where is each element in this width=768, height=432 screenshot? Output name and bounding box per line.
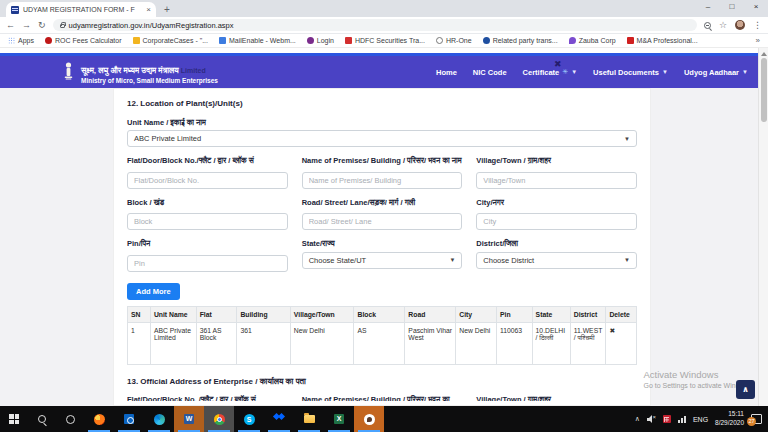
taskbar-dropbox[interactable] — [264, 406, 294, 432]
taskbar-paint-app[interactable] — [354, 406, 384, 432]
taskbar-firefox[interactable] — [84, 406, 114, 432]
delete-row-icon[interactable]: ✖ — [606, 322, 637, 364]
new-tab-button[interactable]: + — [164, 4, 170, 17]
nav-certificate[interactable]: Certificate✳▼ — [523, 68, 578, 77]
https-lock-icon[interactable] — [60, 24, 65, 28]
roc-icon — [45, 37, 52, 44]
bookmark-corporatecases[interactable]: CorporateCases - "... — [133, 37, 209, 44]
bookmark-apps[interactable]: Apps — [8, 37, 34, 44]
back-button[interactable]: ← — [6, 21, 15, 30]
cortana-button[interactable] — [56, 406, 84, 432]
taskbar-clock[interactable]: 15:11 8/29/2020 — [715, 410, 744, 428]
globe-icon — [436, 37, 443, 44]
chevron-down-icon: ▼ — [571, 69, 577, 75]
field-village: Village/Town / ग्राम/शहर — [476, 156, 637, 188]
zoom-out-icon[interactable] — [704, 22, 711, 29]
premises-input[interactable] — [302, 172, 463, 189]
bookmarks-overflow[interactable]: » — [756, 36, 760, 45]
network-icon[interactable] — [678, 415, 686, 423]
section-12-title: 12. Location of Plant(s)/Unit(s) — [127, 99, 637, 108]
windows-logo-icon — [9, 414, 19, 424]
scroll-to-top-button[interactable]: ∧ — [736, 380, 755, 399]
clock-time: 15:11 — [715, 410, 744, 419]
city-input[interactable] — [476, 213, 637, 230]
unit-name-group: Unit Name / इकाई का नाम ABC Private Limi… — [127, 118, 637, 147]
bookmark-mailenable[interactable]: MailEnable - Webm... — [219, 37, 296, 44]
unit-name-select[interactable]: ABC Private Limited ▼ — [127, 130, 637, 147]
apps-grid-icon — [8, 37, 15, 44]
hdfc-icon — [345, 37, 352, 44]
tray-show-hidden-icon[interactable]: ∧ — [635, 415, 640, 423]
tray-red-app-icon[interactable] — [663, 415, 671, 423]
taskbar-search-button[interactable] — [28, 406, 56, 432]
window-maximize-button[interactable]: □ — [720, 0, 744, 14]
taskbar-outlook[interactable] — [114, 406, 144, 432]
search-icon — [38, 415, 46, 423]
nav-udyog-aadhaar[interactable]: Udyog Aadhaar▼ — [684, 68, 748, 77]
bookmark-login[interactable]: Login — [307, 37, 334, 44]
paint-app-icon — [364, 414, 375, 425]
pin-input[interactable] — [127, 255, 288, 272]
village-input[interactable] — [476, 172, 637, 189]
windows-taskbar: W S X ∧ ENG 15:11 8/29/2020 27 — [0, 406, 768, 432]
road-input[interactable] — [302, 213, 463, 230]
taskbar-file-explorer[interactable] — [294, 406, 324, 432]
folder-icon — [304, 415, 315, 423]
select-caret-icon: ▼ — [624, 257, 630, 263]
bookmark-hrone[interactable]: HR-One — [436, 37, 472, 44]
start-button[interactable] — [0, 406, 28, 432]
taskbar-skype[interactable]: S — [234, 406, 264, 432]
browser-menu-icon[interactable]: ⋮ — [753, 20, 762, 30]
taskbar-excel[interactable]: X — [324, 406, 354, 432]
scrollbar-thumb[interactable] — [761, 58, 767, 122]
excel-icon: X — [334, 414, 344, 424]
bookmark-hdfc[interactable]: HDFC Securities Tra... — [345, 37, 425, 44]
taskbar-edge[interactable] — [144, 406, 174, 432]
window-minimize-button[interactable]: – — [696, 0, 720, 14]
outlook-icon — [124, 414, 134, 424]
corporatecases-icon — [133, 37, 140, 44]
bookmark-star-icon[interactable]: ☆ — [719, 20, 727, 30]
ma-icon — [627, 37, 634, 44]
bookmark-zauba[interactable]: Zauba Corp — [569, 37, 616, 44]
unit-name-label: Unit Name / इकाई का नाम — [127, 118, 637, 127]
select-caret-icon: ▼ — [624, 136, 630, 142]
url-input[interactable]: udyamregistration.gov.in/UdyamRegistrati… — [53, 19, 697, 31]
nav-home[interactable]: Home — [436, 68, 457, 77]
taskbar-chrome-active[interactable] — [204, 406, 234, 432]
mail-icon — [219, 37, 226, 44]
nav-useful-documents[interactable]: Useful Documents▼ — [593, 68, 668, 77]
ghost-text: Limited — [181, 67, 206, 74]
volume-muted-icon[interactable] — [647, 415, 656, 423]
table-row: 1 ABC Private Limited 361 AS Block 361 N… — [128, 322, 637, 364]
add-more-button[interactable]: Add More — [127, 283, 180, 300]
bookmark-related-party[interactable]: Related party trans... — [483, 37, 558, 44]
flat-input[interactable] — [127, 172, 288, 189]
bookmark-roc-fees[interactable]: ROC Fees Calculator — [45, 37, 122, 44]
field-pin: Pin/पिन — [127, 239, 288, 271]
main-navigation: ✖ Home NIC Code Certificate✳▼ Useful Doc… — [436, 68, 748, 77]
browser-address-bar: ← → ↻ udyamregistration.gov.in/UdyamRegi… — [0, 17, 768, 34]
bookmark-ma-professional[interactable]: M&A Professional... — [627, 37, 698, 44]
state-select[interactable]: Choose State/UT ▼ — [302, 252, 463, 269]
tab-favicon-icon — [11, 6, 19, 14]
ministry-titles: सूक्ष्म, लघु और मध्यम उद्यम मंत्रालयLimi… — [81, 59, 218, 85]
nav-nic-code[interactable]: NIC Code — [473, 68, 507, 77]
block-input[interactable] — [127, 213, 288, 230]
profile-avatar[interactable] — [735, 20, 745, 30]
field-road: Road/ Street/ Lane/सड़क/ मार्ग / गली — [302, 198, 463, 230]
window-close-button[interactable]: × — [744, 0, 768, 14]
district-select[interactable]: Choose District ▼ — [476, 252, 637, 269]
field-block: Block / खंड — [127, 198, 288, 230]
reload-button[interactable]: ↻ — [38, 21, 46, 30]
forward-button[interactable]: → — [22, 21, 31, 30]
action-center-icon[interactable]: 27 — [751, 414, 762, 424]
url-text: udyamregistration.gov.in/UdyamRegistrati… — [69, 21, 234, 30]
tab-close-icon[interactable]: × — [146, 6, 151, 14]
language-indicator[interactable]: ENG — [693, 416, 708, 423]
browser-tab[interactable]: UDYAM REGISTRATION FORM - F × — [6, 2, 156, 17]
scrollbar-up-arrow-icon[interactable] — [761, 52, 767, 56]
taskbar-word[interactable]: W — [174, 406, 204, 432]
zauba-pin-icon — [569, 37, 576, 44]
page-scrollbar[interactable] — [758, 48, 768, 406]
